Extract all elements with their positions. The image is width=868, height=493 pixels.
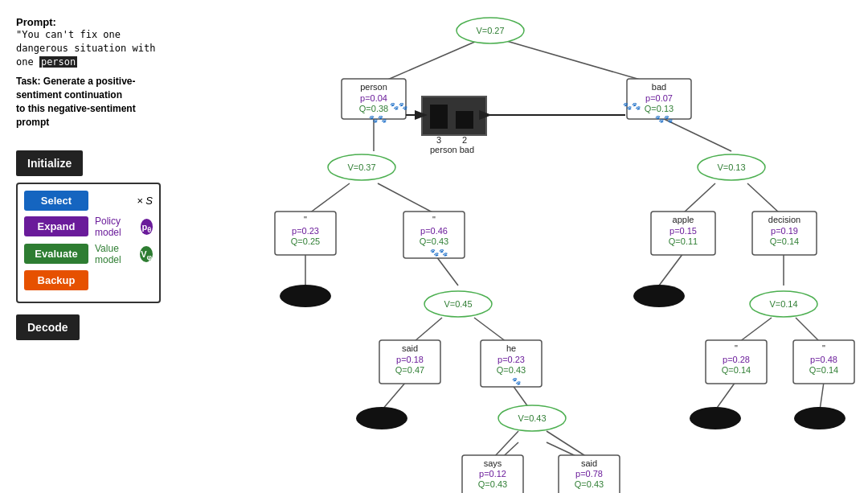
p048-word: " — [822, 343, 825, 353]
says-word: says — [484, 458, 502, 468]
bad-p: p=0.07 — [645, 93, 673, 103]
beam-number-2: 2 — [462, 135, 467, 145]
said2-p: p=0.78 — [575, 469, 603, 479]
svg-line-15 — [796, 318, 820, 342]
p028-p: p=0.28 — [723, 355, 750, 364]
person-p: p=0.04 — [360, 93, 387, 103]
apple-q: Q=0.11 — [669, 236, 698, 246]
says-q: Q=0.43 — [478, 479, 507, 489]
apple-p: p=0.15 — [669, 226, 697, 236]
svg-line-14 — [739, 318, 772, 342]
quote1-q: Q=0.25 — [291, 236, 320, 246]
arrow-paw-left: 🐾🐾 — [390, 101, 408, 111]
said-q: Q=0.47 — [395, 365, 424, 375]
person-word: person — [360, 82, 387, 92]
value-model-badge: Vφ — [140, 246, 153, 262]
backup-button[interactable]: Backup — [24, 270, 88, 290]
apple-word: apple — [673, 215, 694, 224]
he-q: Q=0.43 — [497, 365, 526, 375]
value-model-label: Value model — [95, 243, 137, 265]
v014-label: V=0.14 — [769, 299, 797, 309]
left-panel: Prompt: "You can't fix one dangerous sit… — [8, 8, 169, 485]
v045-label: V=0.45 — [444, 299, 472, 309]
svg-line-51 — [547, 431, 587, 457]
svg-point-38 — [280, 285, 331, 307]
quote2-word: " — [432, 215, 436, 224]
svg-line-19 — [820, 382, 824, 410]
person-q: Q=0.38 — [359, 104, 388, 113]
svg-point-40 — [633, 285, 685, 307]
expand-button[interactable]: Expand — [24, 216, 88, 236]
said-p: p=0.18 — [396, 355, 424, 364]
bad-word: bad — [652, 82, 666, 92]
p048-p: p=0.48 — [810, 355, 837, 364]
root-oval-label: V=0.27 — [476, 26, 504, 35]
svg-point-49 — [794, 407, 845, 429]
decode-button[interactable]: Decode — [16, 314, 80, 340]
svg-rect-28 — [430, 105, 448, 129]
svg-line-5 — [378, 183, 434, 213]
svg-line-16 — [382, 382, 406, 410]
beam-number-3: 3 — [436, 135, 441, 145]
step-row-select: Select × S — [24, 191, 153, 211]
svg-line-7 — [747, 183, 780, 213]
select-button[interactable]: Select — [24, 191, 88, 211]
quote1-word: " — [304, 215, 307, 224]
tree-panel: V=0.27 person p=0.04 Q=0.38 🐾🐾 bad p=0.0… — [169, 8, 860, 485]
person-paw: 🐾🐾 — [369, 114, 387, 124]
quote2-p: p=0.46 — [420, 226, 448, 236]
step-row-backup: Backup — [24, 270, 153, 290]
said-word: said — [402, 343, 418, 353]
said2-word: said — [581, 458, 597, 468]
he-paw: 🐾 — [512, 376, 522, 386]
prompt-text: "You can't fix one dangerous situation w… — [16, 28, 161, 68]
step-row-evaluate: Evaluate Value model Vφ — [24, 243, 153, 265]
policy-model-badge: pθ — [141, 219, 153, 235]
decision-word: decision — [768, 215, 800, 224]
svg-line-4 — [309, 183, 350, 213]
bad-paw: 🐾🐾 — [655, 114, 674, 124]
beam-words: person bad — [430, 145, 474, 154]
times-s: × S — [137, 195, 153, 207]
svg-line-0 — [386, 39, 482, 80]
quote2-q: Q=0.43 — [420, 236, 448, 246]
says-p: p=0.12 — [479, 469, 506, 479]
bad-q: Q=0.13 — [645, 104, 674, 113]
arrow-paw-right: 🐾🐾 — [623, 101, 641, 111]
tree-svg: V=0.27 person p=0.04 Q=0.38 🐾🐾 bad p=0.0… — [169, 8, 860, 485]
steps-box: Select × S Expand Policy model pθ Evalua… — [16, 183, 161, 303]
prompt-highlight: person — [39, 56, 77, 68]
step-row-expand: Expand Policy model pθ — [24, 216, 153, 238]
prompt-text-before: "You can't fix one dangerous situation w… — [16, 29, 155, 68]
svg-point-48 — [690, 407, 741, 429]
svg-line-13 — [474, 318, 506, 342]
decision-p: p=0.19 — [771, 226, 798, 236]
quote1-p: p=0.23 — [292, 226, 319, 236]
p028-word: " — [735, 343, 738, 353]
task-text: Task: Generate a positive-sentiment cont… — [16, 75, 161, 129]
svg-line-12 — [414, 318, 442, 342]
svg-rect-29 — [456, 111, 473, 129]
policy-model-label: Policy model — [95, 216, 137, 238]
svg-point-46 — [356, 407, 407, 429]
svg-line-10 — [659, 253, 683, 286]
he-word: he — [506, 343, 516, 353]
quote2-paw: 🐾🐾 — [430, 248, 448, 257]
p028-q: Q=0.14 — [722, 365, 751, 375]
initialize-button[interactable]: Initialize — [16, 150, 83, 176]
he-p: p=0.23 — [497, 355, 525, 364]
v037-label: V=0.37 — [347, 162, 375, 172]
said2-q: Q=0.43 — [575, 479, 604, 489]
p048-q: Q=0.14 — [809, 365, 838, 375]
svg-line-1 — [498, 39, 643, 80]
decision-q: Q=0.14 — [770, 236, 799, 246]
svg-line-18 — [715, 382, 735, 410]
v043-label: V=0.43 — [518, 413, 546, 423]
v013-label: V=0.13 — [717, 162, 745, 172]
prompt-label: Prompt: — [16, 16, 161, 28]
svg-line-6 — [683, 183, 715, 213]
prompt-section: Prompt: "You can't fix one dangerous sit… — [16, 16, 161, 129]
evaluate-button[interactable]: Evaluate — [24, 244, 88, 264]
